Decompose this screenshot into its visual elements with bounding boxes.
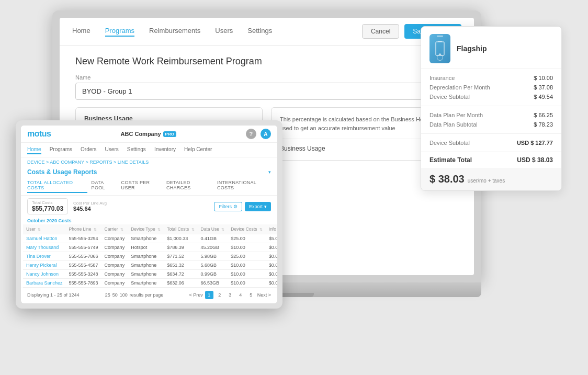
price-big: $ 38.03 — [429, 173, 465, 185]
device-subtotal2-section: Device Subtotal USD $ 127.77 — [421, 133, 561, 152]
device-type-5: Smartphone — [128, 279, 164, 288]
nav-users[interactable]: Users — [215, 27, 233, 37]
device-subtotal-value: $ 49.54 — [534, 94, 553, 100]
tab-international[interactable]: INTERNATIONAL COSTS — [217, 178, 271, 193]
device-subtotal-label: Device Subtotal — [429, 94, 470, 100]
tablet-nav-programs[interactable]: Programs — [50, 145, 72, 154]
logo-text: motus — [27, 129, 51, 139]
name-input[interactable] — [75, 83, 458, 100]
col-total-costs[interactable]: Total Costs ⇅ — [164, 224, 197, 234]
nav-reimbursements[interactable]: Reimbursements — [149, 27, 200, 37]
col-device-costs[interactable]: Device Costs ⇅ — [228, 224, 265, 234]
carrier-4: Company — [101, 270, 128, 279]
data-plan-label: Data Plan Per Month — [429, 112, 483, 118]
user-1[interactable]: Mary Thousand — [23, 243, 66, 252]
tablet-nav-settings[interactable]: Settings — [127, 145, 146, 154]
breadcrumb: DEVICE > ABC COMPANY > REPORTS > LINE DE… — [21, 157, 277, 167]
user-4[interactable]: Nancy Johnson — [23, 270, 66, 279]
data-use-3: 5.68GB — [198, 261, 228, 270]
device-type-0: Smartphone — [128, 234, 164, 243]
insurance-value: $ 10.00 — [534, 75, 553, 81]
report-title[interactable]: Costs & Usage Reports — [27, 168, 97, 176]
user-2[interactable]: Tina Drover — [23, 252, 66, 261]
price-meta: user/mo + taxes — [468, 177, 505, 184]
page-5[interactable]: 5 — [247, 291, 255, 299]
col-info-costs[interactable]: Info Costs ⇅ — [266, 224, 277, 234]
phone-4: 555-555-3248 — [66, 270, 101, 279]
nav-home[interactable]: Home — [72, 27, 91, 37]
showing-count: Displaying 1 - 25 of 1244 — [27, 292, 80, 298]
user-0[interactable]: Samuel Hatton — [23, 234, 66, 243]
estimate-total-label: Estimate Total — [429, 156, 472, 164]
device-subtotal2-row: Device Subtotal USD $ 127.77 — [429, 138, 553, 147]
data-table: User ⇅ Phone Line ⇅ Carrier ⇅ Device Typ… — [23, 224, 277, 288]
table-container: User ⇅ Phone Line ⇅ Carrier ⇅ Device Typ… — [21, 224, 277, 288]
info-cost-0: $5.00 — [266, 234, 277, 243]
help-icon[interactable]: ? — [246, 129, 256, 139]
page-2[interactable]: 2 — [216, 291, 224, 299]
col-device-type[interactable]: Device Type ⇅ — [128, 224, 164, 234]
col-carrier[interactable]: Carrier ⇅ — [101, 224, 128, 234]
company-badge: ABC Company PRO — [121, 131, 176, 137]
tab-detailed[interactable]: DETAILED CHARGES — [166, 178, 213, 193]
tab-data-pool[interactable]: DATA POOL — [92, 178, 117, 193]
per-page-100[interactable]: 100 — [120, 292, 128, 298]
data-plan-value: $ 66.25 — [534, 112, 553, 118]
total-2: $771.52 — [164, 252, 197, 261]
page-1[interactable]: 1 — [205, 291, 213, 299]
tablet-nav-home[interactable]: Home — [27, 145, 41, 154]
carrier-5: Company — [101, 279, 128, 288]
cancel-button[interactable]: Cancel — [362, 24, 399, 39]
tablet-nav-inventory[interactable]: Inventory — [154, 145, 176, 154]
total-costs-label: Total Costs — [32, 200, 63, 205]
user-avatar[interactable]: A — [261, 129, 271, 139]
carrier-1: Company — [101, 243, 128, 252]
depreciation-row: Depreciation Per Month $ 37.08 — [429, 83, 553, 92]
per-page-25[interactable]: 25 — [105, 292, 110, 298]
col-data-use[interactable]: Data Use ⇅ — [198, 224, 228, 234]
device-subtotal2-label: Device Subtotal — [429, 140, 470, 146]
page-3[interactable]: 3 — [226, 291, 234, 299]
col-user[interactable]: User ⇅ — [23, 224, 66, 234]
filter-export: Filters ⚙ Export ▾ — [214, 202, 271, 211]
tablet-nav-orders[interactable]: Orders — [81, 145, 97, 154]
next-button[interactable]: Next > — [257, 292, 271, 298]
tablet-screen: motus ABC Company PRO ? A Home Programs … — [21, 126, 277, 303]
device-subtotal-row: Device Subtotal $ 49.54 — [429, 92, 553, 101]
depreciation-value: $ 37.08 — [534, 84, 553, 90]
table-body: Samuel Hatton 555-555-3294 Company Smart… — [23, 234, 277, 288]
filter-button[interactable]: Filters ⚙ — [214, 202, 242, 211]
tablet-nav-help[interactable]: Help Center — [184, 145, 212, 154]
total-0: $1,000.33 — [164, 234, 197, 243]
report-header: Costs & Usage Reports ▾ — [21, 167, 277, 178]
total-costs-box: Total Costs $55,770.03 — [27, 198, 68, 214]
device-cost-0: $25.00 — [228, 234, 265, 243]
page-4[interactable]: 4 — [236, 291, 245, 299]
device-cost-3: $10.00 — [228, 261, 265, 270]
device-type-1: Hotspot — [128, 243, 164, 252]
nav-programs[interactable]: Programs — [105, 27, 134, 37]
pagination: Displaying 1 - 25 of 1244 25 50 100 resu… — [21, 288, 277, 302]
phone-5: 555-555-7893 — [66, 279, 101, 288]
info-cost-1: $0.00 — [266, 243, 277, 252]
period-label[interactable]: October 2020 Costs — [21, 217, 277, 224]
tablet-nav-users[interactable]: Users — [105, 145, 119, 154]
user-3[interactable]: Henry Pickeral — [23, 261, 66, 270]
data-plan-row: Data Plan Per Month $ 66.25 — [429, 110, 553, 120]
export-button[interactable]: Export ▾ — [245, 202, 271, 211]
col-phone[interactable]: Phone Line ⇅ — [66, 224, 101, 234]
data-plan-section: Data Plan Per Month $ 66.25 Data Plan Su… — [421, 106, 561, 133]
per-page-50[interactable]: 50 — [112, 292, 118, 298]
user-5[interactable]: Barbara Sanchez — [23, 279, 66, 288]
carrier-0: Company — [101, 234, 128, 243]
price-footer: $ 38.03 user/mo + taxes — [421, 168, 561, 190]
tab-total-allocated[interactable]: TOTAL ALLOCATED COSTS — [27, 178, 87, 193]
breadcrumb-text: DEVICE > ABC COMPANY > REPORTS > LINE DE… — [27, 160, 149, 165]
nav-settings[interactable]: Settings — [247, 27, 272, 37]
prev-button[interactable]: < Prev — [189, 292, 202, 298]
data-plan-subtotal-value: $ 78.23 — [534, 121, 553, 128]
device-cost-4: $10.00 — [228, 270, 265, 279]
device-cost-5: $10.00 — [228, 279, 265, 288]
tab-costs-per-user[interactable]: COSTS PER USER — [121, 178, 162, 193]
total-5: $632.06 — [164, 279, 197, 288]
